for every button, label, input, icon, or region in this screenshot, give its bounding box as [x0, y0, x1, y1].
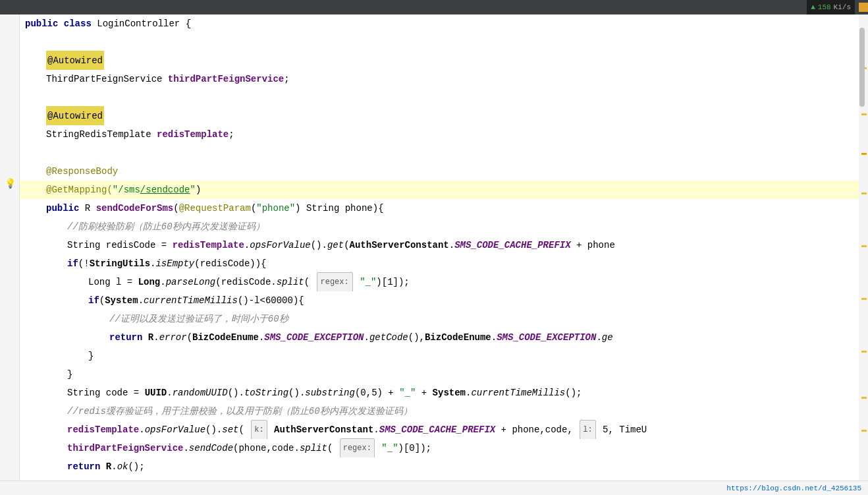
- paren-rp2: ): [295, 199, 306, 218]
- args-21: (0,5) +: [355, 384, 399, 402]
- field-thirdpart-24: thirdPartFeignService: [67, 439, 183, 457]
- gutter-5: [0, 86, 20, 103]
- method-set-23: set: [222, 421, 238, 439]
- code-line-2: [20, 33, 859, 51]
- code-line-17: //证明以及发送过验证码了，时间小于60秒: [20, 310, 859, 328]
- code-line-4: ThirdPartFeignService thirdPartFeignServ…: [20, 70, 859, 88]
- gutter-20: [0, 353, 20, 370]
- top-bar: ▲ 158 Ki/s: [0, 0, 868, 15]
- method-ge-18: ge: [602, 328, 613, 347]
- kw-public-1: public: [25, 15, 64, 33]
- dot-18: .: [153, 328, 159, 347]
- code-line-3: @Autowired: [20, 51, 859, 70]
- cls-authserver-13: AuthServerConstant: [350, 236, 449, 254]
- field-redistemplate: redisTemplate: [157, 125, 229, 144]
- annotation-getmapping: @GetMapping(: [46, 181, 113, 199]
- method-substr-21: substring: [305, 384, 355, 402]
- method-ok-25: ok: [117, 457, 128, 476]
- gutter-7: [0, 121, 20, 139]
- field-redistemplate-23: redisTemplate: [67, 421, 139, 439]
- kw-return-18: return: [109, 328, 148, 347]
- str-end: ": [190, 181, 195, 199]
- cls-system-21: System: [433, 384, 466, 402]
- scroll-mark-4: [861, 192, 867, 194]
- type-thirdpart: ThirdPartFeignService: [46, 70, 168, 88]
- paren-14a: (!: [78, 254, 90, 273]
- code-content: public class LoginController { @Autowire…: [20, 15, 859, 495]
- scroll-mark-3: [861, 153, 867, 155]
- code-line-18: return R.error(BizCodeEnume.SMS_CODE_EXC…: [20, 328, 859, 347]
- paren-15b: (: [304, 273, 315, 291]
- gutter-16: [0, 281, 20, 299]
- hint-k-23: k:: [251, 420, 267, 440]
- semicolon-7: ;: [229, 125, 234, 144]
- method-get-13: get: [327, 236, 344, 254]
- paren-16: (: [99, 291, 105, 310]
- dot-21a: .: [167, 384, 172, 402]
- scrollbar-thumb[interactable]: [859, 28, 865, 107]
- scroll-mark-5: [861, 245, 867, 247]
- footer-bar: https://blog.csdn.net/d_4256135: [0, 480, 868, 495]
- gutter-18: [0, 317, 20, 335]
- method-tostr-21: toString: [244, 384, 288, 402]
- gutter-26: [0, 459, 20, 477]
- var-code-21: code =: [106, 384, 145, 402]
- space-23: [269, 421, 274, 439]
- cls-long-15: Long: [138, 273, 161, 291]
- paren-24: (phone,code.: [233, 439, 300, 457]
- bracket-15: )[1]);: [376, 273, 409, 291]
- type-long-15: Long: [88, 273, 116, 291]
- var-l-15: l =: [116, 273, 138, 291]
- str-split-15: "_": [354, 273, 377, 291]
- dot-25: .: [111, 457, 117, 476]
- type-stringredis: StringRedisTemplate: [46, 125, 157, 144]
- paren-rp: (: [251, 199, 256, 218]
- speed-arrow-icon: ▲: [811, 3, 815, 11]
- paren-24b: (: [327, 439, 339, 457]
- scroll-mark-7: [861, 351, 867, 353]
- method-parselong-15: parseLong: [166, 273, 216, 291]
- speed-unit: Ki/s: [834, 3, 851, 11]
- scroll-mark-6: [861, 298, 867, 300]
- gutter-23: [0, 406, 20, 424]
- gutter-15: [0, 264, 20, 281]
- code-line-10: @GetMapping("/sms/sendcode"): [20, 181, 859, 199]
- const-prefix-13: SMS_CODE_CACHE_PREFIX: [454, 236, 570, 254]
- paren-18b: (),: [408, 328, 425, 347]
- paren-15: (redisCode.: [215, 273, 276, 291]
- plus-phone-13: + phone: [571, 236, 615, 254]
- gutter-14: [0, 246, 20, 264]
- ctm-rest-16: ()-l<60000){: [238, 291, 304, 310]
- var-rediscode: redisCode =: [106, 236, 173, 254]
- cls-system-16: System: [105, 291, 138, 310]
- parens-23: ().: [205, 421, 222, 439]
- comment-22: //redis缓存验证码，用于注册校验，以及用于防刷（防止60秒内再次发送验证码…: [67, 402, 412, 421]
- dot-23a: .: [139, 421, 144, 439]
- scroll-mark-9: [861, 430, 867, 432]
- gutter-3: [0, 50, 20, 68]
- code-lines: public class LoginController { @Autowire…: [20, 15, 859, 495]
- code-line-11: public R sendCodeForSms(@RequestParam("p…: [20, 199, 859, 218]
- cls-stringutils: StringUtils: [90, 254, 150, 273]
- gutter-22: [0, 388, 20, 406]
- hint-l-23: l:: [580, 420, 595, 440]
- cls-r-25: R: [106, 457, 111, 476]
- footer-url-link[interactable]: https://blog.csdn.net/d_4256135: [726, 484, 861, 492]
- code-line-12: //防刷校验防刷（防止60秒内再次发送验证码）: [20, 218, 859, 236]
- paren-23b: (: [238, 421, 250, 439]
- method-opsforvalue-13: opsForValue: [250, 236, 310, 254]
- paren-13b: (: [344, 236, 349, 254]
- str-sendcode: /sendcode: [140, 181, 190, 199]
- kw-public-11: public: [46, 199, 85, 218]
- annotation-responsebody: @ResponseBody: [46, 162, 118, 181]
- brace-open-1: {: [186, 15, 191, 33]
- paren-14b: (redisCode)){: [194, 254, 266, 273]
- semi-25: ();: [128, 457, 144, 476]
- method-isempty-14: isEmpty: [155, 254, 194, 273]
- gutter-10-bulb[interactable]: 💡: [0, 175, 20, 192]
- gutter-8: [0, 139, 20, 157]
- cls-uuid-21: UUID: [145, 384, 167, 402]
- brace-11: ){: [373, 199, 384, 218]
- code-line-16: if(System.currentTimeMillis()-l<60000){: [20, 291, 859, 310]
- dot-16: .: [138, 291, 144, 310]
